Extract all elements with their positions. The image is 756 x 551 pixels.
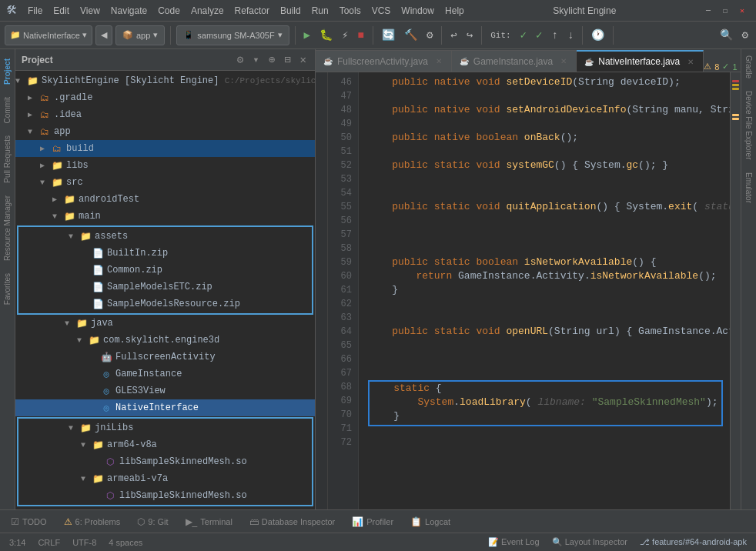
menu-run[interactable]: Run — [307, 4, 333, 18]
menu-tools[interactable]: Tools — [335, 4, 366, 18]
panel-collapse-icon[interactable]: ⊟ — [282, 53, 293, 66]
tab-close2[interactable]: ✕ — [560, 57, 567, 65]
gradle-sync-icon[interactable]: ⚙ — [423, 27, 436, 43]
tab-gameinstance[interactable]: ☕ GameInstance.java ✕ — [452, 50, 577, 72]
close-button[interactable]: ✕ — [734, 3, 750, 18]
gutter-line58 — [316, 242, 327, 255]
search-button[interactable]: 🔍 — [717, 27, 736, 43]
panel-close-icon[interactable]: ✕ — [298, 53, 309, 66]
git-pull-icon[interactable]: ↓ — [564, 28, 577, 43]
sidebar-item-device-file-explorer[interactable]: Device File Explorer — [743, 85, 754, 165]
settings-button[interactable]: ⚙ — [739, 27, 751, 43]
sidebar-item-pull-requests[interactable]: Pull Requests — [2, 129, 13, 189]
tree-item-sampleres[interactable]: 📄 SampleModelsResource.zip — [19, 296, 311, 312]
menu-file[interactable]: File — [23, 4, 47, 18]
layout-inspector-item[interactable]: 🔍 Layout Inspector — [549, 537, 631, 547]
tree-item-src[interactable]: ▼ 📁 src — [15, 174, 315, 191]
clock-icon[interactable]: 🕐 — [588, 27, 607, 43]
status-position[interactable]: 3:14 — [6, 538, 28, 547]
tree-item-nativeinterface[interactable]: ◎ NativeInterface — [15, 399, 315, 416]
status-charset[interactable]: UTF-8 — [69, 538, 99, 547]
back-button[interactable]: ◀ — [95, 25, 112, 45]
menu-build[interactable]: Build — [276, 4, 306, 18]
code-editor[interactable]: public native void setDeviceID(String de… — [359, 72, 730, 509]
status-indent[interactable]: 4 spaces — [105, 538, 146, 547]
menu-code[interactable]: Code — [153, 4, 185, 18]
menu-view[interactable]: View — [75, 4, 105, 18]
panel-settings-icon[interactable]: ⚙ — [235, 53, 246, 66]
module-dropdown[interactable]: 📦 app ▾ — [115, 25, 165, 45]
bottom-tab-logcat[interactable]: 📋 Logcat — [403, 512, 458, 532]
tree-item-libarm64[interactable]: ⬡ libSampleSkinnedMesh.so — [19, 453, 311, 470]
tree-item-androidtest[interactable]: ▶ 📁 androidTest — [15, 191, 315, 208]
sidebar-item-gradle[interactable]: Gradle — [743, 49, 754, 85]
sidebar-item-favorites[interactable]: Favorites — [2, 267, 13, 311]
panel-add-icon[interactable]: ⊕ — [266, 53, 277, 66]
tree-item-com[interactable]: ▼ 📁 com.skylicht.engine3d — [15, 332, 315, 349]
tree-item-gles3view[interactable]: ◎ GLES3View — [15, 382, 315, 399]
tab-fullscreenactivity[interactable]: ☕ FullscreenActivity.java ✕ — [316, 50, 452, 72]
redo-button[interactable]: ↪ — [463, 27, 476, 43]
git-push-icon[interactable]: ↑ — [548, 28, 560, 43]
project-dropdown[interactable]: 📁 NativeInterface ▾ — [5, 25, 92, 45]
tree-item-armeabi[interactable]: ▼ 📁 armeabi-v7a — [19, 470, 311, 487]
code-line-51 — [368, 145, 730, 159]
menu-vcs[interactable]: VCS — [367, 4, 396, 18]
tree-item-build[interactable]: ▶ 🗂 build — [15, 140, 315, 157]
git-check-icon[interactable]: ✓ — [517, 27, 530, 43]
git-branch-status[interactable]: ⎇ features/#64-android-apk — [637, 537, 750, 547]
menu-navigate[interactable]: Navigate — [106, 4, 152, 18]
bottom-tab-profiler[interactable]: 📊 Profiler — [344, 512, 401, 532]
tree-item-libs[interactable]: ▶ 📁 libs — [15, 157, 315, 174]
menu-help[interactable]: Help — [440, 4, 469, 18]
tab-nativeinterface[interactable]: ☕ NativeInterface.java ✕ — [577, 50, 704, 72]
run-button[interactable]: ▶ — [301, 27, 313, 43]
status-crlf[interactable]: CRLF — [35, 538, 63, 547]
git-branch-icon[interactable]: ✓ — [533, 27, 545, 43]
sidebar-item-emulator[interactable]: Emulator — [743, 166, 754, 209]
maximize-button[interactable]: ☐ — [718, 3, 733, 18]
tree-item-arm64[interactable]: ▼ 📁 arm64-v8a — [19, 436, 311, 453]
tree-item-sampleetc[interactable]: 📄 SampleModelsETC.zip — [19, 279, 311, 296]
panel-menu-icon[interactable]: ▾ — [250, 53, 261, 66]
menu-edit[interactable]: Edit — [49, 4, 74, 18]
sidebar-item-commit[interactable]: Commit — [2, 91, 13, 129]
tree-item-libarmeabi[interactable]: ⬡ libSampleSkinnedMesh.so — [19, 487, 311, 504]
debug-button[interactable]: 🐛 — [316, 27, 336, 43]
menu-window[interactable]: Window — [396, 4, 439, 18]
sync-button[interactable]: 🔄 — [379, 27, 398, 43]
tab-close3[interactable]: ✕ — [687, 58, 694, 66]
menu-analyze[interactable]: Analyze — [186, 4, 229, 18]
bottom-tab-db-inspector[interactable]: 🗃 Database Inspector — [242, 512, 343, 532]
bottom-tab-problems[interactable]: ⚠ 6: Problems — [56, 512, 129, 532]
tree-item-common[interactable]: 📄 Common.zip — [19, 262, 311, 279]
build-button[interactable]: 🔨 — [401, 27, 420, 43]
tree-root[interactable]: ▼ 📁 SkylichtEngine [Skylicht Engine] C:/… — [15, 72, 315, 89]
tree-item-assets[interactable]: ▼ 📁 assets — [19, 228, 311, 245]
sidebar-item-resource-manager[interactable]: Resource Manager — [2, 189, 13, 267]
event-log-item[interactable]: 📝 Event Log — [485, 537, 543, 547]
undo-button[interactable]: ↩ — [447, 27, 460, 43]
layout-inspector-icon: 🔍 — [552, 537, 563, 546]
minimize-button[interactable]: — — [701, 3, 716, 18]
tree-item-builtin[interactable]: 📄 BuiltIn.zip — [19, 245, 311, 262]
tree-item-gameinstance[interactable]: ◎ GameInstance — [15, 366, 315, 382]
tree-item-gradle[interactable]: ▶ 🗂 .gradle — [15, 89, 315, 106]
arm64-arrow-icon: ▼ — [81, 441, 92, 449]
bottom-tab-git[interactable]: ⬡ 9: Git — [129, 512, 176, 532]
stop-button[interactable]: ■ — [354, 28, 366, 43]
menu-refactor[interactable]: Refactor — [230, 4, 274, 18]
sidebar-item-project[interactable]: Project — [2, 52, 13, 91]
editor-scroll-track[interactable] — [730, 72, 741, 509]
tree-item-main[interactable]: ▼ 📁 main — [15, 208, 315, 225]
tab-close1[interactable]: ✕ — [436, 57, 442, 65]
tree-item-idea[interactable]: ▶ 🗂 .idea — [15, 106, 315, 123]
tree-item-fullscreen[interactable]: 🤖 FullscreenActivity — [15, 349, 315, 366]
tree-item-java[interactable]: ▼ 📁 java — [15, 315, 315, 332]
bottom-tab-terminal[interactable]: ▶_ Terminal — [178, 512, 240, 532]
profile-button[interactable]: ⚡ — [339, 27, 351, 43]
device-dropdown[interactable]: 📱 samsung SM-A305F ▾ — [176, 25, 289, 45]
bottom-tab-todo[interactable]: ☑ TODO — [3, 512, 55, 532]
tree-item-jnilibs[interactable]: ▼ 📁 jniLibs — [19, 419, 311, 436]
tree-item-app[interactable]: ▼ 🗂 app — [15, 123, 315, 140]
